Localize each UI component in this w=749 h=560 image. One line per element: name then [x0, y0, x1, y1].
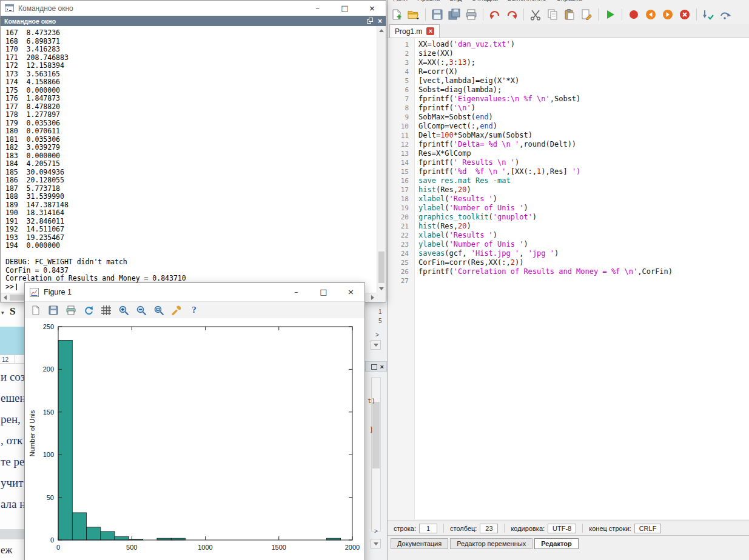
menu-view[interactable]: Вид — [449, 0, 462, 2]
refresh-button[interactable] — [82, 304, 95, 316]
command-window-dock-header[interactable]: Командное окно × — [1, 16, 386, 26]
tab-variable-editor[interactable]: Редактор переменных — [450, 538, 532, 549]
remove-breakpoints-button[interactable] — [678, 8, 691, 21]
close-button[interactable]: × — [337, 283, 364, 301]
menu-items: Файл Правка Вид Отладка Выполнение Справ… — [391, 0, 582, 2]
close-icon[interactable]: × — [380, 364, 384, 370]
scroll-up-button[interactable] — [377, 26, 386, 35]
document-text-fragment: еж — [1, 544, 12, 557]
figure-titlebar[interactable]: Figure 1 – □ × — [25, 283, 364, 301]
copy-button[interactable] — [546, 8, 559, 21]
scroll-right-button[interactable] — [368, 293, 377, 302]
minimize-button[interactable]: – — [283, 283, 310, 301]
code-text: fprintf('\n') — [418, 104, 475, 113]
print-button[interactable] — [465, 8, 478, 21]
line-number: 21 — [388, 222, 414, 231]
save-all-button[interactable] — [448, 8, 461, 21]
scrollbar-thumb[interactable] — [372, 402, 380, 468]
save-button[interactable] — [431, 8, 444, 21]
scroll-down-button[interactable] — [371, 539, 381, 548]
code-line: 3X=XX(:,3:13); — [388, 58, 749, 67]
line-number: 20 — [388, 213, 414, 222]
command-window-icon — [5, 4, 14, 13]
command-output[interactable]: 167 8.473236 168 6.898371 170 3.416283 1… — [1, 26, 377, 293]
step-out-button[interactable] — [719, 8, 732, 21]
strip-fragment: 5 — [378, 318, 382, 324]
menu-help[interactable]: Справка — [556, 0, 582, 2]
menu-run[interactable]: Выполнение — [508, 0, 546, 2]
undock-icon[interactable] — [367, 18, 373, 25]
new-figure-button[interactable] — [30, 304, 42, 316]
toolbar-separator — [523, 8, 524, 21]
maximize-button[interactable]: □ — [310, 283, 337, 301]
y-tick-label: 100 — [43, 451, 54, 458]
y-tick-label: 50 — [47, 494, 54, 501]
dock-icon[interactable] — [371, 364, 377, 370]
editor-status-bar: строка: 1 столбец: 23 кодировка: UTF-8 к… — [388, 521, 749, 535]
code-editor[interactable]: 1XX=load('dan_vuz.txt')2size(XX)3X=XX(:,… — [388, 38, 749, 519]
menu-debug[interactable]: Отладка — [471, 0, 497, 2]
status-line-label: строка: — [394, 525, 416, 532]
print-figure-button[interactable] — [65, 304, 77, 316]
run-button[interactable] — [603, 8, 617, 21]
scrollbar-thumb[interactable] — [378, 252, 385, 283]
menu-bar[interactable]: Файл Правка Вид Отладка Выполнение Справ… — [388, 0, 749, 4]
code-text: XX=load('dan_vuz.txt') — [418, 40, 515, 49]
new-script-button[interactable] — [390, 8, 403, 21]
menu-file[interactable]: Файл — [391, 0, 408, 2]
redo-button[interactable] — [505, 8, 519, 21]
zoom-in-button[interactable] — [118, 304, 130, 316]
step-button[interactable] — [702, 8, 715, 21]
histogram-bar — [115, 536, 129, 540]
close-button[interactable]: × — [358, 1, 386, 16]
menu-edit[interactable]: Правка — [417, 0, 440, 2]
y-tick-label: 200 — [43, 365, 54, 373]
vertical-scrollbar[interactable] — [377, 26, 386, 293]
command-window-titlebar[interactable]: Командное окно – □ × — [1, 1, 386, 16]
save-figure-button[interactable] — [47, 304, 59, 316]
toolbar-separator — [425, 8, 426, 21]
document-text-fragment: и соз — [1, 370, 25, 384]
figure-canvas[interactable]: 0500100015002000050100150200250Number of… — [25, 318, 364, 560]
octave-main-window: Файл Правка Вид Отладка Выполнение Справ… — [387, 0, 749, 560]
find-replace-button[interactable] — [580, 8, 593, 21]
toggle-breakpoint-button[interactable] — [627, 8, 640, 21]
document-text-fragment: рен, — [1, 413, 21, 426]
zoom-out-button[interactable] — [135, 304, 147, 316]
minimize-button[interactable]: – — [304, 1, 331, 16]
tab-documentation[interactable]: Документация — [391, 538, 448, 549]
paste-button[interactable] — [563, 8, 576, 21]
tab-editor[interactable]: Редактор — [534, 538, 578, 549]
code-text: save res.mat Res -mat — [418, 176, 511, 185]
cell-border — [15, 355, 15, 363]
code-line: 7fprintf('Eigenvalues:\n %f \n',Sobst) — [388, 95, 749, 104]
histogram-bar — [72, 513, 86, 540]
maximize-button[interactable]: □ — [331, 1, 358, 16]
tools-button[interactable] — [170, 304, 183, 316]
cut-button[interactable] — [529, 8, 542, 21]
line-number: 3 — [388, 58, 414, 67]
tab-prog1[interactable]: Prog1.m × — [389, 24, 440, 38]
open-file-button[interactable] — [407, 8, 420, 21]
code-line: 26fprintf('Correlation of Results and Mo… — [388, 267, 749, 276]
code-text: fprintf('Correlation of Results and Mone… — [418, 267, 673, 276]
close-icon[interactable]: × — [378, 18, 382, 25]
scroll-left-button[interactable] — [1, 293, 9, 302]
zoom-fit-button[interactable] — [153, 304, 165, 316]
previous-breakpoint-button[interactable] — [644, 8, 657, 21]
tab-close-icon[interactable]: × — [426, 27, 434, 35]
scroll-down-button[interactable] — [377, 284, 386, 293]
line-number: 27 — [388, 276, 414, 285]
undo-button[interactable] — [488, 8, 502, 21]
table-row-fragment: 12 — [0, 355, 24, 364]
tab-label: Prog1.m — [395, 27, 422, 36]
window-title: Figure 1 — [44, 288, 72, 296]
scroll-down-button[interactable] — [371, 340, 381, 350]
status-eol-value[interactable]: CRLF — [634, 524, 662, 533]
status-encoding-value[interactable]: UTF-8 — [548, 524, 576, 533]
grid-button[interactable] — [100, 304, 112, 316]
status-divider — [582, 524, 583, 533]
next-breakpoint-button[interactable] — [661, 8, 674, 21]
help-button[interactable]: ? — [188, 304, 200, 316]
document-divider — [0, 529, 24, 539]
